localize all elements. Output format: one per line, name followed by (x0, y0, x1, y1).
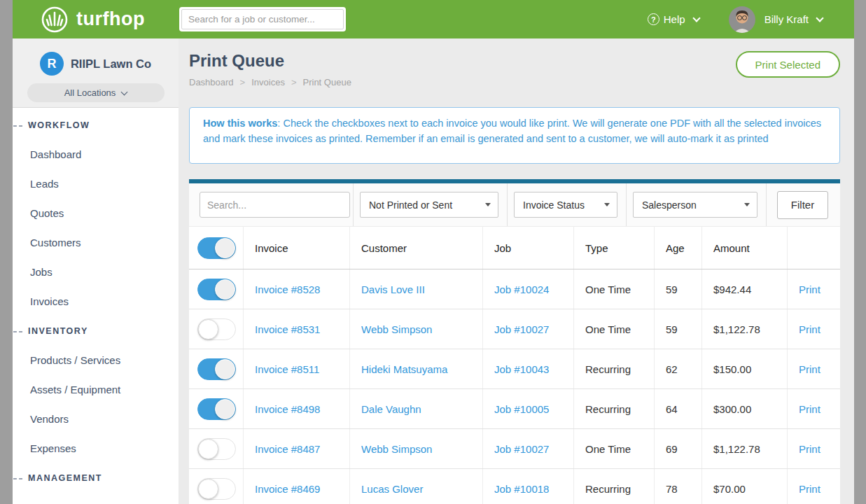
table-search-input[interactable] (200, 192, 350, 218)
help-menu[interactable]: Help (664, 13, 685, 25)
row-select-toggle[interactable] (197, 478, 236, 500)
job-link[interactable]: Job #10024 (494, 284, 549, 295)
print-link[interactable]: Print (799, 323, 820, 335)
nav-section-management: MANAGEMENT (13, 463, 179, 493)
amount-cell: $150.00 (702, 349, 788, 388)
col-header-invoice: Invoice (244, 227, 350, 269)
type-cell: Recurring (574, 389, 655, 428)
print-link[interactable]: Print (799, 284, 820, 295)
dashes-icon (13, 125, 22, 127)
table-row: Invoice #8469 Lucas Glover Job #10018 Re… (189, 469, 840, 504)
table-header-row: Invoice Customer Job Type Age Amount (189, 226, 840, 270)
help-chevron-down-icon[interactable] (692, 14, 700, 22)
col-header-amount: Amount (702, 227, 788, 269)
sidebar-nav: WORKFLOW Dashboard Leads Quotes Customer… (13, 108, 179, 504)
type-cell: Recurring (574, 349, 655, 388)
user-menu[interactable]: Billy Kraft (764, 13, 809, 25)
col-header-customer: Customer (350, 227, 483, 269)
page-title: Print Queue (189, 50, 351, 71)
sidebar-item-products-services[interactable]: Products / Services (13, 346, 179, 375)
job-link[interactable]: Job #10005 (494, 403, 549, 415)
app-window: turfhop ? Help (13, 0, 854, 504)
location-chevron-down-icon (121, 88, 128, 95)
sidebar-item-leads[interactable]: Leads (13, 169, 179, 199)
filter-bar: Not Printed or Sent Invoice Status Sales… (189, 183, 840, 226)
sidebar-item-assets-equipment[interactable]: Assets / Equipment (13, 375, 179, 405)
sidebar-item-quotes[interactable]: Quotes (13, 199, 179, 228)
callout-text: : Check the checkboxes next to each invo… (203, 118, 821, 144)
customer-link[interactable]: Dale Vaughn (361, 403, 421, 415)
brand-wordmark: turfhop (76, 8, 145, 30)
breadcrumb-dashboard[interactable]: Dashboard (189, 77, 234, 88)
invoice-link[interactable]: Invoice #8498 (255, 403, 320, 415)
job-link[interactable]: Job #10043 (494, 363, 549, 375)
printed-status-select-value: Not Printed or Sent (369, 200, 452, 211)
window-scrollbar[interactable] (854, 0, 866, 504)
age-cell: 59 (655, 309, 702, 349)
job-link[interactable]: Job #10027 (494, 443, 549, 455)
sidebar-item-vendors[interactable]: Vendors (13, 405, 179, 434)
row-select-toggle[interactable] (197, 438, 236, 460)
job-link[interactable]: Job #10027 (494, 323, 549, 335)
age-cell: 64 (655, 389, 702, 428)
nav-section-inventory: INVENTORY (13, 316, 179, 346)
print-selected-button[interactable]: Print Selected (736, 51, 840, 78)
user-avatar[interactable] (729, 6, 755, 33)
window-edge-left (0, 0, 13, 504)
table-row: Invoice #8528 Davis Love III Job #10024 … (189, 270, 840, 309)
customer-link[interactable]: Webb Simpson (361, 323, 432, 335)
sidebar-item-jobs[interactable]: Jobs (13, 258, 179, 287)
col-header-job: Job (483, 227, 574, 269)
print-link[interactable]: Print (799, 443, 820, 455)
row-select-toggle[interactable] (197, 398, 236, 420)
sidebar-item-dashboard[interactable]: Dashboard (13, 140, 179, 169)
invoice-link[interactable]: Invoice #8528 (255, 284, 320, 295)
customer-link[interactable]: Webb Simpson (361, 443, 432, 455)
print-link[interactable]: Print (799, 483, 820, 495)
customer-link[interactable]: Davis Love III (361, 284, 425, 295)
top-navbar: turfhop ? Help (13, 0, 854, 38)
job-link[interactable]: Job #10018 (494, 483, 549, 495)
row-select-toggle[interactable] (197, 318, 236, 340)
dashes-icon (13, 478, 22, 479)
amount-cell: $1,122.78 (702, 309, 788, 349)
sidebar-company-block: R RIIPL Lawn Co All Locations (13, 38, 179, 108)
printed-status-select[interactable]: Not Printed or Sent (360, 192, 498, 218)
row-select-toggle[interactable] (197, 279, 236, 300)
global-search (179, 7, 346, 31)
breadcrumb: Dashboard > Invoices > Print Queue (189, 77, 351, 88)
help-icon: ? (648, 13, 659, 25)
row-select-toggle[interactable] (197, 358, 236, 380)
sidebar-item-invoices[interactable]: Invoices (13, 287, 179, 316)
customer-link[interactable]: Lucas Glover (361, 483, 423, 495)
type-cell: One Time (574, 270, 655, 309)
breadcrumb-separator: > (291, 77, 297, 88)
invoice-link[interactable]: Invoice #8511 (255, 363, 319, 375)
invoice-link[interactable]: Invoice #8531 (255, 323, 320, 335)
invoice-status-select[interactable]: Invoice Status (514, 192, 617, 218)
salesperson-select[interactable]: Salesperson (633, 192, 757, 218)
location-selector[interactable]: All Locations (27, 83, 165, 102)
invoice-link[interactable]: Invoice #8469 (255, 483, 320, 495)
amount-cell: $300.00 (702, 389, 788, 428)
select-arrow-icon (485, 203, 491, 206)
table-row: Invoice #8498 Dale Vaughn Job #10005 Rec… (189, 389, 840, 429)
print-link[interactable]: Print (799, 363, 820, 375)
select-all-toggle[interactable] (197, 237, 236, 259)
sidebar-item-expenses[interactable]: Expenses (13, 434, 179, 463)
dashes-icon (13, 331, 22, 332)
breadcrumb-separator: > (240, 77, 246, 88)
global-search-input[interactable] (181, 9, 344, 29)
filter-button[interactable]: Filter (777, 191, 828, 219)
breadcrumb-invoices[interactable]: Invoices (251, 77, 285, 88)
table-row: Invoice #8531 Webb Simpson Job #10027 On… (189, 309, 840, 349)
invoice-link[interactable]: Invoice #8487 (255, 443, 320, 455)
invoice-status-select-value: Invoice Status (523, 200, 585, 211)
user-chevron-down-icon[interactable] (816, 14, 823, 22)
age-cell: 78 (655, 469, 702, 504)
customer-link[interactable]: Hideki Matsuyama (361, 363, 447, 375)
print-link[interactable]: Print (799, 403, 820, 415)
type-cell: Recurring (574, 469, 655, 504)
sidebar-item-customers[interactable]: Customers (13, 228, 179, 258)
salesperson-select-value: Salesperson (642, 200, 697, 211)
